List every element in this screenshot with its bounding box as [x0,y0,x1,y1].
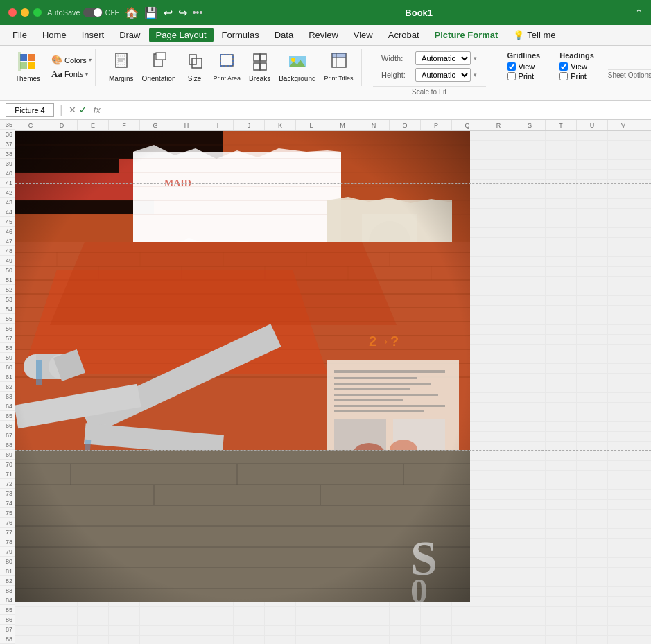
grid-cell[interactable] [577,296,608,306]
grid-cell[interactable] [15,607,46,616]
grid-cell[interactable] [577,218,608,228]
grid-cell[interactable] [639,325,651,335]
grid-cell[interactable] [514,170,546,180]
grid-cell[interactable] [514,209,546,218]
grid-cell[interactable] [608,267,639,277]
grid-cell[interactable] [514,296,546,306]
grid-cell[interactable] [514,587,546,597]
grid-cell[interactable] [202,607,234,616]
grid-cell[interactable] [514,403,546,412]
cancel-formula-icon[interactable]: ✕ [69,105,76,115]
grid-cell[interactable] [546,519,577,529]
grid-cell[interactable] [234,636,265,644]
grid-cell[interactable] [639,150,651,160]
grid-cell[interactable] [483,471,514,480]
grid-cell[interactable] [546,490,577,500]
grid-cell[interactable] [358,636,390,644]
grid-cell[interactable] [546,558,577,568]
headings-print-label[interactable]: Print [559,72,594,80]
grid-cell[interactable] [546,306,577,315]
grid-cell[interactable] [514,277,546,286]
grid-cell[interactable] [608,636,639,644]
grid-cell[interactable] [639,432,651,442]
ribbon-collapse-icon[interactable]: ⌃ [635,8,643,18]
grid-cell[interactable] [608,393,639,403]
grid-content[interactable]: NOTICE [15,131,651,644]
grid-cell[interactable] [577,345,608,354]
grid-cell[interactable] [514,160,546,170]
grid-cell[interactable] [483,412,514,422]
grid-cell[interactable] [608,131,639,141]
grid-cell[interactable] [546,480,577,490]
grid-cell[interactable] [608,160,639,170]
grid-cell[interactable] [265,607,296,616]
grid-cell[interactable] [608,607,639,616]
grid-cell[interactable] [483,597,514,607]
table-row[interactable] [15,607,651,616]
grid-cell[interactable] [577,597,608,607]
grid-cell[interactable] [483,607,514,616]
table-row[interactable] [15,636,651,644]
grid-cell[interactable] [358,616,390,626]
grid-cell[interactable] [514,432,546,442]
gridlines-view-label[interactable]: View [507,62,541,71]
grid-cell[interactable] [234,607,265,616]
grid-cell[interactable] [390,616,421,626]
grid-cell[interactable] [608,577,639,587]
grid-cell[interactable] [608,277,639,286]
grid-cell[interactable] [577,607,608,616]
grid-cell[interactable] [577,277,608,286]
grid-cell[interactable] [546,150,577,160]
grid-cell[interactable] [483,577,514,587]
grid-cell[interactable] [483,442,514,451]
grid-cell[interactable] [483,335,514,345]
menu-file[interactable]: File [6,28,34,42]
grid-cell[interactable] [171,616,202,626]
grid-cell[interactable] [483,500,514,510]
grid-cell[interactable] [639,238,651,247]
grid-cell[interactable] [546,636,577,644]
grid-cell[interactable] [608,325,639,335]
grid-cell[interactable] [639,412,651,422]
grid-cell[interactable] [109,636,140,644]
grid-cell[interactable] [546,432,577,442]
grid-cell[interactable] [483,354,514,364]
grid-cell[interactable] [577,432,608,442]
menu-picture-format[interactable]: Picture Format [428,28,505,42]
grid-cell[interactable] [265,636,296,644]
grid-cell[interactable] [577,558,608,568]
grid-cell[interactable] [546,500,577,510]
grid-cell[interactable] [546,180,577,189]
grid-cell[interactable] [577,209,608,218]
grid-cell[interactable] [546,335,577,345]
grid-cell[interactable] [546,393,577,403]
grid-cell[interactable] [483,403,514,412]
grid-cell[interactable] [546,315,577,325]
grid-cell[interactable] [514,510,546,519]
more-icon[interactable]: ••• [193,7,203,18]
grid-cell[interactable] [546,383,577,393]
grid-cell[interactable] [358,607,390,616]
grid-cell[interactable] [483,636,514,644]
grid-cell[interactable] [46,616,78,626]
grid-cell[interactable] [483,218,514,228]
grid-cell[interactable] [577,587,608,597]
grid-cell[interactable] [639,461,651,471]
grid-cell[interactable] [546,238,577,247]
grid-cell[interactable] [546,442,577,451]
grid-cell[interactable] [608,403,639,412]
grid-cell[interactable] [483,189,514,199]
grid-cell[interactable] [608,345,639,354]
grid-cell[interactable] [639,277,651,286]
grid-cell[interactable] [639,393,651,403]
grid-cell[interactable] [639,597,651,607]
grid-cell[interactable] [390,626,421,636]
grid-cell[interactable] [546,277,577,286]
grid-cell[interactable] [608,480,639,490]
grid-cell[interactable] [483,539,514,548]
autosave-toggle[interactable] [83,8,103,17]
grid-cell[interactable] [608,519,639,529]
grid-cell[interactable] [639,306,651,315]
grid-cell[interactable] [546,345,577,354]
grid-cell[interactable] [546,471,577,480]
